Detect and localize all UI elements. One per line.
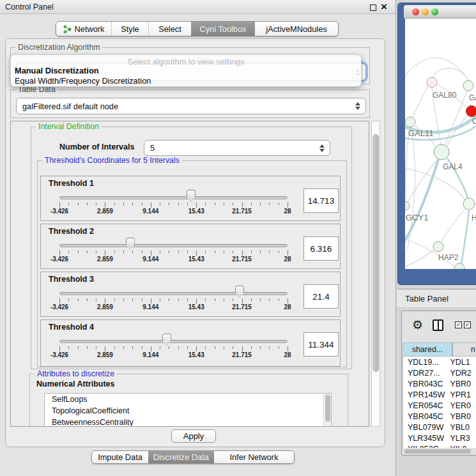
- attributes-list-scrollbar[interactable]: [323, 394, 331, 427]
- threshold-value-field[interactable]: 11.344: [303, 332, 339, 357]
- slider-tick: [288, 250, 288, 256]
- threshold-value-field[interactable]: 14.713: [303, 188, 339, 213]
- network-canvas[interactable]: GAL80GACGAL11GAL4GCY1HHAP2: [405, 19, 476, 269]
- slider-track[interactable]: [59, 292, 288, 295]
- table-row[interactable]: YDL19...YDL1: [403, 357, 476, 367]
- float-window-icon[interactable]: [370, 4, 376, 11]
- table-cell-name[interactable]: YBR0: [450, 412, 476, 421]
- slider-track[interactable]: [59, 340, 288, 343]
- apply-button[interactable]: Apply: [171, 429, 216, 443]
- network-node[interactable]: [434, 144, 449, 160]
- checkbox-icon[interactable]: ✓: [464, 321, 471, 328]
- slider-tick: [59, 346, 60, 351]
- table-cell-shared-name[interactable]: YDL19...: [403, 358, 450, 367]
- table-hscrollbar[interactable]: [403, 449, 476, 454]
- table-cell-shared-name[interactable]: YPR145W: [403, 390, 450, 399]
- slider-track[interactable]: [59, 196, 288, 199]
- slider-tick: [251, 203, 252, 205]
- network-node[interactable]: [405, 201, 410, 210]
- table-cell-name[interactable]: YDR2: [450, 369, 476, 378]
- table-cell-name[interactable]: YPR1: [450, 390, 476, 399]
- settings-scrollbar-thumb[interactable]: [372, 134, 379, 372]
- slider-tick-label: -3.426: [42, 303, 77, 311]
- table-rows[interactable]: YDL19...YDL1YDR27...YDR2YBR043CYBR0YPR14…: [403, 357, 476, 448]
- network-node[interactable]: [405, 117, 415, 127]
- table-cell-name[interactable]: YBR0: [450, 380, 476, 388]
- slider-tick: [178, 298, 179, 301]
- table-row[interactable]: YDR27...YDR2: [403, 367, 476, 378]
- table-cell-shared-name[interactable]: YDR27...: [403, 369, 450, 378]
- table-cell-shared-name[interactable]: YBR043C: [403, 380, 450, 388]
- network-node[interactable]: [463, 81, 473, 91]
- table-cell-shared-name[interactable]: YER054C: [403, 401, 450, 410]
- table-cell-name[interactable]: YIL0: [450, 445, 476, 449]
- table-cell-name[interactable]: YER0: [450, 401, 476, 410]
- threshold-value-field[interactable]: 21.4: [303, 284, 339, 309]
- split-columns-icon[interactable]: [433, 319, 443, 331]
- threshold-value-field[interactable]: 6.316: [303, 236, 339, 261]
- table-cell-shared-name[interactable]: YBL079W: [403, 423, 450, 432]
- slider-tick: [68, 346, 69, 349]
- slider-thumb[interactable]: [187, 190, 196, 202]
- slider-thumb[interactable]: [126, 238, 135, 250]
- table-cell-shared-name[interactable]: YLR345W: [403, 434, 450, 443]
- table-cell-name[interactable]: YDL1: [450, 358, 476, 367]
- table-row[interactable]: YBL079WYBL0: [403, 422, 476, 433]
- table-row[interactable]: YLR345WYLR3: [403, 433, 476, 443]
- table-row[interactable]: YIL052CYIL0: [403, 443, 476, 448]
- network-edge: [412, 86, 428, 118]
- table-data-combo[interactable]: galFiltered.sif default node: [16, 98, 366, 114]
- slider-tick-label: 2.859: [87, 351, 123, 358]
- bottom-tab-infer-network[interactable]: Infer Network: [214, 451, 294, 463]
- close-icon[interactable]: ×: [380, 0, 388, 14]
- attribute-list-item[interactable]: TopologicalCoefficient: [45, 405, 331, 417]
- minimize-traffic-light[interactable]: [422, 8, 429, 15]
- settings-scrollbar[interactable]: [371, 121, 380, 427]
- top-tab-jactivemnodules[interactable]: jActiveMNodules: [255, 22, 338, 36]
- slider-tick: [187, 250, 188, 253]
- num-intervals-combo[interactable]: 5: [144, 140, 330, 156]
- column-header-shared[interactable]: shared...: [403, 342, 452, 357]
- bottom-tab-impute-data[interactable]: Impute Data: [92, 451, 148, 463]
- slider-tick: [196, 298, 197, 303]
- table-row[interactable]: YBR045CYBR0: [403, 411, 476, 422]
- numerical-attributes-list[interactable]: SelfLoopsTopologicalCoefficientBetweenne…: [44, 393, 332, 427]
- attribute-list-item[interactable]: BetweennessCentrality: [45, 417, 331, 427]
- network-node[interactable]: [466, 106, 476, 117]
- table-row[interactable]: YPR145WYPR1: [403, 389, 476, 400]
- table-data-section: Table Data galFiltered.sif default node: [10, 89, 370, 118]
- column-header-name[interactable]: n: [452, 342, 476, 357]
- slider-tick: [279, 298, 279, 301]
- dropdown-option-equal-width[interactable]: Equal Width/Frequency Discretization: [15, 76, 151, 86]
- slider-thumb[interactable]: [235, 286, 244, 298]
- threshold-row: Threshold 4-3.4262.8599.14415.4321.71528…: [40, 319, 341, 367]
- table-row[interactable]: YER054CYER0: [403, 400, 476, 411]
- top-tab-network[interactable]: Network: [56, 22, 112, 36]
- slider-thumb[interactable]: [162, 334, 171, 346]
- slider-tick: [78, 298, 79, 301]
- network-graph[interactable]: GAL80GACGAL11GAL4GCY1HHAP2: [405, 19, 476, 269]
- close-traffic-light[interactable]: [412, 8, 419, 15]
- table-cell-name[interactable]: YBL0: [450, 423, 476, 432]
- top-tab-select[interactable]: Select: [149, 22, 191, 36]
- top-tab-cyni-toolbox[interactable]: Cyni Toolbox: [191, 22, 255, 36]
- network-node[interactable]: [433, 242, 443, 252]
- slider-tick: [205, 298, 206, 301]
- slider-tick: [224, 203, 224, 205]
- table-cell-name[interactable]: YLR3: [450, 434, 476, 443]
- dropdown-option-manual[interactable]: Manual Discretization: [15, 66, 99, 75]
- slider-tick: [114, 346, 115, 349]
- zoom-traffic-light[interactable]: [431, 8, 438, 15]
- gear-icon[interactable]: ⚙: [412, 319, 423, 331]
- network-node[interactable]: [454, 263, 464, 269]
- top-tab-style[interactable]: Style: [112, 22, 149, 36]
- network-node[interactable]: [427, 77, 437, 88]
- slider-track[interactable]: [59, 244, 288, 247]
- bottom-tab-discretize-data[interactable]: Discretize Data: [148, 451, 214, 463]
- table-row[interactable]: YBR043CYBR0: [403, 378, 476, 389]
- network-node[interactable]: [463, 198, 475, 210]
- attribute-list-item[interactable]: SelfLoops: [45, 394, 331, 405]
- table-cell-shared-name[interactable]: YBR045C: [403, 412, 450, 421]
- checkbox-icon[interactable]: ✓: [455, 321, 462, 328]
- table-cell-shared-name[interactable]: YIL052C: [403, 445, 450, 449]
